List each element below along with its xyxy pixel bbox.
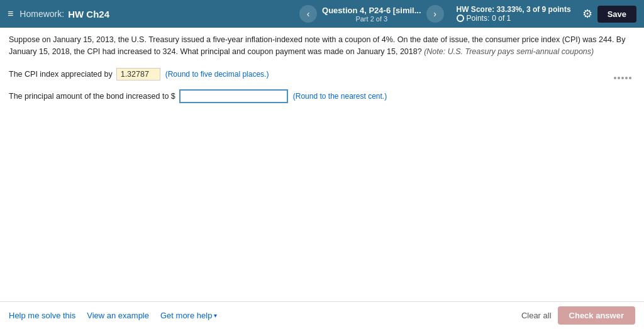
cpi-label: The CPI index appreciated by: [9, 70, 113, 79]
menu-icon[interactable]: ≡: [8, 8, 13, 20]
question-note: (Note: U.S. Treasury pays semi-annual co…: [424, 47, 594, 56]
dots-bar: [614, 77, 631, 79]
save-button[interactable]: Save: [597, 6, 636, 23]
principal-input[interactable]: [179, 89, 288, 103]
points-value: 0 of 1: [492, 14, 511, 23]
hw-score-value: 33.33%, 3 of 9 points: [497, 5, 571, 14]
help-me-solve-link[interactable]: Help me solve this: [9, 311, 75, 320]
hw-score: HW Score: 33.33%, 3 of 9 points: [457, 5, 571, 14]
chevron-down-icon: ▾: [214, 312, 217, 319]
cpi-row: The CPI index appreciated by 1.32787 (Ro…: [9, 68, 635, 81]
cpi-value: 1.32787: [116, 68, 160, 81]
homework-label: Homework:: [19, 9, 64, 19]
view-example-link[interactable]: View an example: [87, 311, 149, 320]
hw-title: HW Ch24: [68, 9, 109, 20]
question-info: Question 4, P24-6 [simil... Part 2 of 3: [322, 6, 421, 23]
dot-4: [625, 77, 628, 79]
footer-right: Clear all Check answer: [521, 306, 635, 325]
dot-2: [618, 77, 620, 79]
question-nav: ‹ Question 4, P24-6 [simil... Part 2 of …: [299, 5, 444, 23]
get-more-help-button[interactable]: Get more help ▾: [160, 311, 217, 320]
principal-label: The principal amount of the bond increas…: [9, 92, 175, 101]
clear-all-button[interactable]: Clear all: [521, 311, 552, 320]
next-question-button[interactable]: ›: [426, 5, 444, 23]
dot-3: [621, 77, 624, 79]
circle-icon: [457, 14, 464, 22]
prev-question-button[interactable]: ‹: [299, 5, 317, 23]
main-content: Suppose on January 15, 2013, the U.S. Tr…: [0, 28, 644, 301]
question-title: Question 4, P24-6 [simil...: [322, 6, 421, 15]
points-row: Points: 0 of 1: [457, 14, 511, 23]
footer-left: Help me solve this View an example Get m…: [9, 311, 217, 320]
gear-icon: ⚙: [582, 7, 592, 21]
points-label: Points:: [467, 14, 490, 23]
check-answer-button[interactable]: Check answer: [558, 306, 635, 325]
get-more-help-label: Get more help: [160, 311, 212, 320]
dot-5: [629, 77, 631, 79]
hw-score-label: HW Score:: [457, 5, 495, 14]
score-section: HW Score: 33.33%, 3 of 9 points Points: …: [457, 5, 571, 23]
cpi-round-note: (Round to five decimal places.): [165, 70, 269, 79]
question-part: Part 2 of 3: [322, 15, 421, 23]
principal-round-note: (Round to the nearest cent.): [293, 92, 387, 101]
footer: Help me solve this View an example Get m…: [0, 301, 644, 329]
question-text: Suppose on January 15, 2013, the U.S. Tr…: [9, 34, 635, 58]
settings-button[interactable]: ⚙: [582, 7, 592, 21]
header: ≡ Homework: HW Ch24 ‹ Question 4, P24-6 …: [0, 0, 644, 28]
dot-1: [614, 77, 616, 79]
principal-row: The principal amount of the bond increas…: [9, 89, 635, 103]
